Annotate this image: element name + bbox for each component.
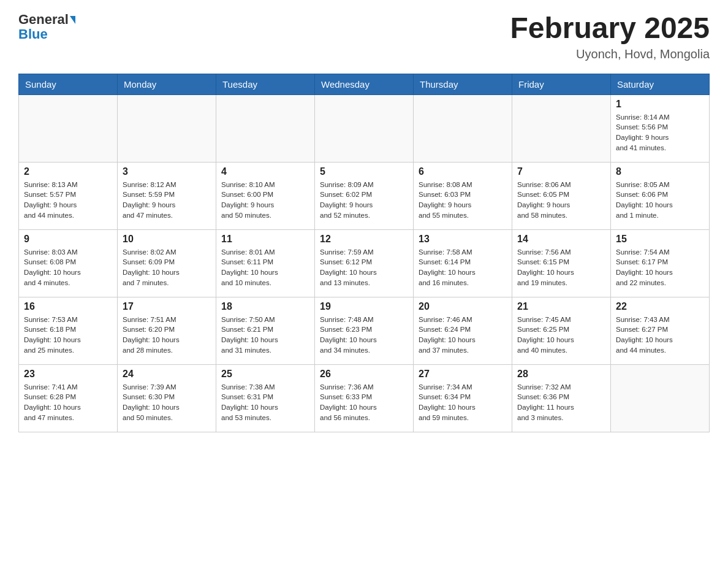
calendar-cell: 15Sunrise: 7:54 AM Sunset: 6:17 PM Dayli… <box>611 229 710 297</box>
calendar-title: February 2025 <box>510 12 710 45</box>
page-header: General Blue February 2025 Uyonch, Hovd,… <box>18 12 710 61</box>
day-info: Sunrise: 8:12 AM Sunset: 5:59 PM Dayligh… <box>123 180 211 221</box>
day-header-thursday: Thursday <box>414 74 512 94</box>
day-header-tuesday: Tuesday <box>216 74 315 94</box>
day-number: 22 <box>616 301 704 312</box>
calendar-cell: 8Sunrise: 8:05 AM Sunset: 6:06 PM Daylig… <box>611 162 710 229</box>
day-number: 21 <box>517 301 605 312</box>
day-info: Sunrise: 8:03 AM Sunset: 6:08 PM Dayligh… <box>24 247 112 288</box>
day-info: Sunrise: 8:05 AM Sunset: 6:06 PM Dayligh… <box>616 180 704 221</box>
week-row-2: 2Sunrise: 8:13 AM Sunset: 5:57 PM Daylig… <box>19 162 710 229</box>
day-info: Sunrise: 7:36 AM Sunset: 6:33 PM Dayligh… <box>320 382 408 423</box>
day-info: Sunrise: 7:58 AM Sunset: 6:14 PM Dayligh… <box>419 247 507 288</box>
day-info: Sunrise: 7:59 AM Sunset: 6:12 PM Dayligh… <box>320 247 408 288</box>
day-info: Sunrise: 7:39 AM Sunset: 6:30 PM Dayligh… <box>123 382 211 423</box>
calendar-cell: 17Sunrise: 7:51 AM Sunset: 6:20 PM Dayli… <box>118 297 216 364</box>
calendar-cell: 11Sunrise: 8:01 AM Sunset: 6:11 PM Dayli… <box>216 229 315 297</box>
day-number: 16 <box>24 301 112 312</box>
calendar-cell <box>216 94 315 162</box>
calendar-cell: 14Sunrise: 7:56 AM Sunset: 6:15 PM Dayli… <box>512 229 611 297</box>
calendar-cell: 2Sunrise: 8:13 AM Sunset: 5:57 PM Daylig… <box>19 162 118 229</box>
calendar-cell: 6Sunrise: 8:08 AM Sunset: 6:03 PM Daylig… <box>414 162 512 229</box>
day-number: 12 <box>320 234 408 245</box>
day-info: Sunrise: 8:01 AM Sunset: 6:11 PM Dayligh… <box>221 247 309 288</box>
calendar-cell <box>414 94 512 162</box>
day-number: 27 <box>419 369 507 380</box>
calendar-cell: 28Sunrise: 7:32 AM Sunset: 6:36 PM Dayli… <box>512 364 611 432</box>
day-number: 11 <box>221 234 309 245</box>
day-info: Sunrise: 7:56 AM Sunset: 6:15 PM Dayligh… <box>517 247 605 288</box>
day-info: Sunrise: 7:34 AM Sunset: 6:34 PM Dayligh… <box>419 382 507 423</box>
day-number: 18 <box>221 301 309 312</box>
calendar-cell: 10Sunrise: 8:02 AM Sunset: 6:09 PM Dayli… <box>118 229 216 297</box>
day-number: 3 <box>123 166 211 177</box>
day-number: 10 <box>123 234 211 245</box>
day-number: 17 <box>123 301 211 312</box>
logo: General Blue <box>18 12 75 42</box>
calendar-cell: 12Sunrise: 7:59 AM Sunset: 6:12 PM Dayli… <box>315 229 414 297</box>
calendar-cell: 9Sunrise: 8:03 AM Sunset: 6:08 PM Daylig… <box>19 229 118 297</box>
day-info: Sunrise: 8:09 AM Sunset: 6:02 PM Dayligh… <box>320 180 408 221</box>
day-info: Sunrise: 7:38 AM Sunset: 6:31 PM Dayligh… <box>221 382 309 423</box>
day-number: 8 <box>616 166 704 177</box>
calendar-cell: 27Sunrise: 7:34 AM Sunset: 6:34 PM Dayli… <box>414 364 512 432</box>
day-header-sunday: Sunday <box>19 74 118 94</box>
day-info: Sunrise: 7:43 AM Sunset: 6:27 PM Dayligh… <box>616 315 704 356</box>
day-info: Sunrise: 7:51 AM Sunset: 6:20 PM Dayligh… <box>123 315 211 356</box>
logo-triangle-icon <box>70 16 75 24</box>
day-info: Sunrise: 7:50 AM Sunset: 6:21 PM Dayligh… <box>221 315 309 356</box>
day-info: Sunrise: 8:10 AM Sunset: 6:00 PM Dayligh… <box>221 180 309 221</box>
calendar-cell: 1Sunrise: 8:14 AM Sunset: 5:56 PM Daylig… <box>611 94 710 162</box>
day-info: Sunrise: 8:14 AM Sunset: 5:56 PM Dayligh… <box>616 112 704 153</box>
day-number: 5 <box>320 166 408 177</box>
calendar-cell: 16Sunrise: 7:53 AM Sunset: 6:18 PM Dayli… <box>19 297 118 364</box>
calendar-cell: 3Sunrise: 8:12 AM Sunset: 5:59 PM Daylig… <box>118 162 216 229</box>
day-info: Sunrise: 7:46 AM Sunset: 6:24 PM Dayligh… <box>419 315 507 356</box>
day-number: 26 <box>320 369 408 380</box>
calendar-cell <box>611 364 710 432</box>
day-number: 6 <box>419 166 507 177</box>
week-row-3: 9Sunrise: 8:03 AM Sunset: 6:08 PM Daylig… <box>19 229 710 297</box>
calendar-cell: 25Sunrise: 7:38 AM Sunset: 6:31 PM Dayli… <box>216 364 315 432</box>
calendar-cell: 5Sunrise: 8:09 AM Sunset: 6:02 PM Daylig… <box>315 162 414 229</box>
calendar-cell: 26Sunrise: 7:36 AM Sunset: 6:33 PM Dayli… <box>315 364 414 432</box>
day-number: 9 <box>24 234 112 245</box>
calendar-cell: 19Sunrise: 7:48 AM Sunset: 6:23 PM Dayli… <box>315 297 414 364</box>
day-number: 13 <box>419 234 507 245</box>
day-info: Sunrise: 7:45 AM Sunset: 6:25 PM Dayligh… <box>517 315 605 356</box>
day-number: 4 <box>221 166 309 177</box>
calendar-cell: 4Sunrise: 8:10 AM Sunset: 6:00 PM Daylig… <box>216 162 315 229</box>
calendar-cell: 18Sunrise: 7:50 AM Sunset: 6:21 PM Dayli… <box>216 297 315 364</box>
calendar-cell <box>19 94 118 162</box>
day-info: Sunrise: 8:13 AM Sunset: 5:57 PM Dayligh… <box>24 180 112 221</box>
title-area: February 2025 Uyonch, Hovd, Mongolia <box>510 12 710 61</box>
day-number: 23 <box>24 369 112 380</box>
day-number: 25 <box>221 369 309 380</box>
day-info: Sunrise: 8:06 AM Sunset: 6:05 PM Dayligh… <box>517 180 605 221</box>
logo-general-text: General <box>18 12 69 27</box>
calendar-cell: 21Sunrise: 7:45 AM Sunset: 6:25 PM Dayli… <box>512 297 611 364</box>
days-header-row: SundayMondayTuesdayWednesdayThursdayFrid… <box>19 74 710 94</box>
day-info: Sunrise: 7:54 AM Sunset: 6:17 PM Dayligh… <box>616 247 704 288</box>
calendar-cell: 7Sunrise: 8:06 AM Sunset: 6:05 PM Daylig… <box>512 162 611 229</box>
day-number: 19 <box>320 301 408 312</box>
day-info: Sunrise: 8:02 AM Sunset: 6:09 PM Dayligh… <box>123 247 211 288</box>
calendar-table: SundayMondayTuesdayWednesdayThursdayFrid… <box>18 74 710 432</box>
logo-blue-text: Blue <box>18 27 48 42</box>
day-number: 2 <box>24 166 112 177</box>
day-number: 15 <box>616 234 704 245</box>
day-header-wednesday: Wednesday <box>315 74 414 94</box>
day-number: 14 <box>517 234 605 245</box>
day-number: 28 <box>517 369 605 380</box>
day-info: Sunrise: 7:48 AM Sunset: 6:23 PM Dayligh… <box>320 315 408 356</box>
day-info: Sunrise: 8:08 AM Sunset: 6:03 PM Dayligh… <box>419 180 507 221</box>
day-number: 7 <box>517 166 605 177</box>
day-number: 20 <box>419 301 507 312</box>
calendar-cell: 23Sunrise: 7:41 AM Sunset: 6:28 PM Dayli… <box>19 364 118 432</box>
day-number: 1 <box>616 99 704 110</box>
day-info: Sunrise: 7:53 AM Sunset: 6:18 PM Dayligh… <box>24 315 112 356</box>
week-row-5: 23Sunrise: 7:41 AM Sunset: 6:28 PM Dayli… <box>19 364 710 432</box>
day-header-monday: Monday <box>118 74 216 94</box>
day-info: Sunrise: 7:41 AM Sunset: 6:28 PM Dayligh… <box>24 382 112 423</box>
calendar-cell: 24Sunrise: 7:39 AM Sunset: 6:30 PM Dayli… <box>118 364 216 432</box>
